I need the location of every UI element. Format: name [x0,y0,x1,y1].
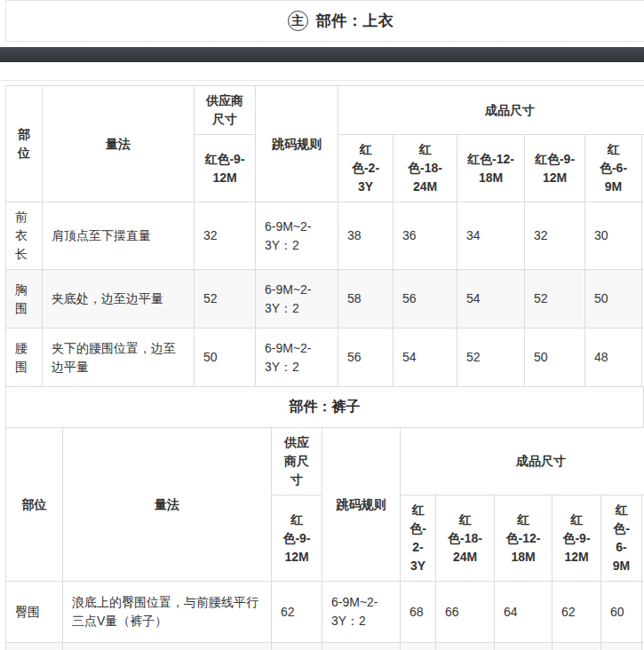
col-header-size: 红色-18-24M [436,495,495,582]
method-cell: 肩顶点至下摆直量 [43,202,195,270]
table-row: 臀围浪底上的臀围位置，与前腰线平行三点V量（裤子）626-9M~2-3Y：268… [6,582,644,643]
pants-section-title: 部件：裤子 [5,387,644,427]
col-header-grading-rule: 跳码规则 [322,428,401,582]
size-value-cell: 52 [457,329,525,387]
size-value-cell: 50 [525,329,585,387]
part-cell: 臀围 [6,582,63,643]
tops-table-header: 部位 量法 供应商尺寸 跳码规则 成品尺寸 红色-9-12M 红色-2-3Y 红… [6,86,644,202]
col-header-supplier-size: 红色-9-12M [195,135,256,202]
col-header-finished-size-group: 成品尺寸 [338,86,644,135]
size-value-cell: 52 [525,270,585,329]
col-header-method: 量法 [63,428,272,582]
size-value-cell: 48 [585,329,642,387]
size-value-cell: 56 [394,270,457,329]
supplier-size-cell: 62 [272,582,322,643]
method-cell: 沿对折线，侧腰顶至脚口直量 [63,643,272,650]
grading-rule-cell: 6-9M~2-3Y：2 [256,329,338,387]
size-value-cell: 36 [394,202,457,270]
grading-rule-cell: 6-9M~2-3Y：2 [322,582,401,643]
table-row: 前衣长肩顶点至下摆直量326-9M~2-3Y：23836343230 [6,202,644,270]
tops-table-body: 前衣长肩顶点至下摆直量326-9M~2-3Y：23836343230胸围夹底处，… [6,202,644,387]
size-value-cell: 62 [553,582,601,643]
tops-size-table: 部位 量法 供应商尺寸 跳码规则 成品尺寸 红色-9-12M 红色-2-3Y 红… [5,85,644,387]
part-cell: 前衣长 [6,202,43,270]
supplier-size-cell: 50 [195,329,256,387]
size-value-cell: 38 [338,202,394,270]
main-badge-icon: 主 [288,11,308,31]
col-header-size: 红色-2-3Y [401,495,436,582]
table-row: 胸围夹底处，边至边平量526-9M~2-3Y：25856545250 [6,270,644,329]
size-value-cell: 54 [457,270,525,329]
size-value-cell: 21.8 [601,643,642,650]
pants-size-table: 部位 量法 供应商尺寸 跳码规则 成品尺寸 红色-9-12M 红色-2-3Y 红… [5,427,644,650]
size-tables-container: 部位 量法 供应商尺寸 跳码规则 成品尺寸 红色-9-12M 红色-2-3Y 红… [5,85,644,650]
size-value-cell: 56 [338,329,394,387]
supplier-size-cell: 32 [195,202,256,270]
size-value-cell: 66 [436,582,495,643]
size-value-cell: 34 [457,202,525,270]
pants-table-header: 部位 量法 供应商尺寸 跳码规则 成品尺寸 红色-9-12M 红色-2-3Y 红… [6,428,644,582]
col-header-size: 红色-6-9M [585,135,642,202]
col-header-method: 量法 [43,86,195,202]
part-cell: 侧裤长 [6,643,63,650]
size-value-cell: 54 [394,329,457,387]
part-cell: 腰围 [6,329,43,387]
col-header-size: 红色-12-18M [495,495,553,582]
col-header-part: 部位 [6,428,63,582]
size-value-cell: 50 [585,270,642,329]
col-header-part: 部位 [6,86,43,202]
size-value-cell: 68 [401,582,436,643]
content-top-hairline [0,80,644,81]
main-part-title-bar: 主 部件：上衣 [5,0,644,42]
col-header-supplier-size-group: 供应商尺寸 [195,86,256,135]
col-header-size: 红色-6-9M [601,495,642,582]
main-badge-label: 主 [291,13,304,29]
grading-rule-cell: 6-9M~2-3Y：2 [256,270,338,329]
col-header-size: 红色-9-12M [553,495,601,582]
method-cell: 夹底处，边至边平量 [43,270,195,329]
divider-bar [0,47,644,62]
size-value-cell: 60 [601,582,642,643]
size-value-cell: 26.6 [401,643,436,650]
table-row: 侧裤长沿对折线，侧腰顶至脚口直量236-9M~2-3Y：1.226.625.42… [6,643,644,650]
supplier-size-cell: 52 [195,270,256,329]
page-title: 部件：上衣 [316,11,394,31]
grading-rule-cell: 6-9M~2-3Y：1.2 [322,643,401,650]
col-header-size: 红色-18-24M [394,135,457,202]
col-header-supplier-size-group: 供应商尺寸 [272,428,322,495]
col-header-size: 红色-2-3Y [338,135,394,202]
col-header-size: 红色-9-12M [525,135,585,202]
grading-rule-cell: 6-9M~2-3Y：2 [256,202,338,270]
pants-table-body: 臀围浪底上的臀围位置，与前腰线平行三点V量（裤子）626-9M~2-3Y：268… [6,582,644,650]
size-value-cell: 24.2 [495,643,553,650]
size-value-cell: 30 [585,202,642,270]
col-header-grading-rule: 跳码规则 [256,86,338,202]
col-header-finished-size-group: 成品尺寸 [401,428,644,495]
col-header-size: 红色-12-18M [457,135,525,202]
col-header-supplier-size: 红色-9-12M [272,495,322,582]
size-value-cell: 25.4 [436,643,495,650]
method-cell: 夹下的腰围位置，边至边平量 [43,329,195,387]
size-value-cell: 58 [338,270,394,329]
supplier-size-cell: 23 [272,643,322,650]
method-cell: 浪底上的臀围位置，与前腰线平行三点V量（裤子） [63,582,272,643]
size-value-cell: 23 [553,643,601,650]
part-cell: 胸围 [6,270,43,329]
table-row: 腰围夹下的腰围位置，边至边平量506-9M~2-3Y：25654525048 [6,329,644,387]
size-value-cell: 64 [495,582,553,643]
size-value-cell: 32 [525,202,585,270]
